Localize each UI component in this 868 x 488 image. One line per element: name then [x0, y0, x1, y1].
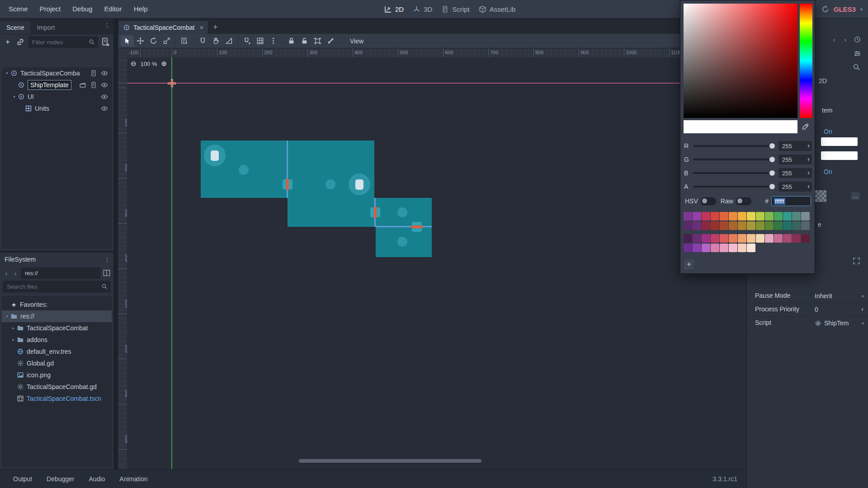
- palette-swatch[interactable]: [756, 212, 764, 221]
- zoom-in-button[interactable]: ⊕: [161, 60, 167, 68]
- spin-down-icon[interactable]: ▼: [807, 146, 810, 148]
- hue-slider[interactable]: [800, 4, 812, 118]
- palette-swatch[interactable]: [693, 221, 701, 230]
- slider-track[interactable]: [693, 145, 774, 147]
- palette-swatch[interactable]: [774, 234, 783, 243]
- spin-down-icon[interactable]: ▼: [807, 173, 810, 175]
- crew-unit[interactable]: [349, 174, 370, 195]
- crew-unit[interactable]: [204, 145, 226, 166]
- hex-input[interactable]: ffffff: [771, 196, 811, 206]
- ruler-mode[interactable]: [222, 36, 236, 47]
- fs-item-tacticalspacecombat-tscn[interactable]: TacticalSpaceCombat.tscn: [2, 393, 112, 404]
- slider-spinbox[interactable]: 255▲▼: [778, 182, 812, 192]
- dock-menu-icon[interactable]: ⋮: [104, 22, 111, 29]
- palette-swatch[interactable]: [702, 221, 710, 230]
- palette-swatch[interactable]: [711, 244, 719, 252]
- scene-node-units[interactable]: Units: [2, 103, 112, 114]
- spin-arrows[interactable]: ▲▼: [807, 171, 810, 175]
- palette-swatch[interactable]: [792, 221, 801, 230]
- palette-swatch[interactable]: [720, 244, 728, 252]
- checkbox-on-label[interactable]: On: [824, 128, 832, 135]
- crew-unit[interactable]: [239, 165, 249, 175]
- palette-swatch[interactable]: [684, 244, 692, 252]
- menu-editor[interactable]: Editor: [98, 0, 127, 18]
- palette-swatch[interactable]: [783, 221, 792, 230]
- palette-swatch[interactable]: [693, 234, 701, 243]
- scene-node-tacticalspacecomba[interactable]: ▾TacticalSpaceComba: [2, 67, 112, 79]
- tree-arrow[interactable]: ▾: [11, 94, 18, 99]
- hsv-toggle[interactable]: [701, 197, 716, 205]
- spin-down-icon[interactable]: ▼: [807, 160, 810, 161]
- slider-spinbox[interactable]: 255▲▼: [778, 155, 812, 164]
- scene-node-ui[interactable]: ▾UI: [2, 91, 112, 103]
- new-scene-tab-button[interactable]: +: [213, 23, 218, 32]
- palette-swatch[interactable]: [801, 221, 810, 230]
- fs-item-icon-png[interactable]: icon.png: [2, 369, 112, 381]
- raw-toggle[interactable]: [736, 197, 751, 205]
- fs-item-tacticalspacecombat[interactable]: ▸TacticalSpaceCombat: [2, 322, 112, 334]
- menu-project[interactable]: Project: [34, 0, 67, 18]
- workspace-2d[interactable]: 2D: [384, 5, 404, 13]
- palette-swatch[interactable]: [720, 212, 728, 221]
- unlock-object[interactable]: [298, 36, 311, 47]
- dock-tab-import[interactable]: Import: [31, 21, 61, 34]
- palette-swatch[interactable]: [720, 234, 728, 243]
- workspace-assetlib[interactable]: AssetLib: [479, 5, 516, 13]
- panel-audio[interactable]: Audio: [83, 474, 111, 484]
- palette-swatch[interactable]: [801, 212, 810, 221]
- palette-swatch[interactable]: [684, 212, 692, 221]
- inspector-forward-button[interactable]: ›: [842, 36, 849, 43]
- palette-swatch[interactable]: [711, 221, 719, 230]
- list-select-tool[interactable]: [178, 36, 191, 47]
- palette-swatch[interactable]: [729, 221, 737, 230]
- panel-debugger[interactable]: Debugger: [41, 474, 80, 484]
- palette-swatch[interactable]: [693, 244, 701, 252]
- slider-spinbox[interactable]: 255▲▼: [778, 141, 812, 151]
- screen-pick-icon[interactable]: [801, 122, 810, 131]
- spin-arrows[interactable]: ▲▼: [807, 158, 810, 161]
- palette-swatch[interactable]: [738, 234, 746, 243]
- palette-swatch[interactable]: [729, 234, 737, 243]
- add-node-button[interactable]: +: [3, 37, 13, 47]
- palette-swatch[interactable]: [774, 212, 783, 221]
- spin-arrows[interactable]: ▲▼: [807, 144, 810, 148]
- palette-swatch[interactable]: [747, 244, 755, 252]
- view-menu-button[interactable]: View: [345, 36, 368, 46]
- palette-swatch[interactable]: [738, 244, 746, 252]
- property-value[interactable]: 0▲▼: [815, 305, 864, 314]
- palette-swatch[interactable]: [765, 212, 774, 221]
- inspector-back-button[interactable]: ‹: [830, 36, 838, 43]
- history-icon[interactable]: [854, 36, 861, 43]
- tree-arrow[interactable]: ▸: [10, 326, 17, 330]
- scale-tool[interactable]: [160, 36, 173, 47]
- slider-track[interactable]: [693, 186, 774, 188]
- palette-swatch[interactable]: [711, 212, 719, 221]
- slider-handle[interactable]: [769, 143, 775, 149]
- grid-snap[interactable]: [254, 36, 267, 47]
- palette-swatch[interactable]: [738, 221, 746, 230]
- video-driver-button[interactable]: GLES3: [834, 5, 856, 13]
- expand-icon[interactable]: [853, 257, 860, 265]
- spin-down-icon[interactable]: ▼: [861, 310, 864, 311]
- split-view-icon[interactable]: [103, 269, 111, 277]
- eye-button[interactable]: [101, 105, 108, 112]
- script-button[interactable]: [90, 81, 97, 89]
- menu-help[interactable]: Help: [128, 0, 154, 18]
- menu-scene[interactable]: Scene: [3, 0, 34, 18]
- palette-swatch[interactable]: [711, 234, 719, 243]
- tree-arrow[interactable]: ▾: [4, 314, 10, 319]
- add-swatch-button[interactable]: +: [684, 259, 694, 269]
- spin-arrows[interactable]: ▲▼: [807, 185, 810, 188]
- close-tab-button[interactable]: ×: [199, 23, 203, 31]
- color-value-field[interactable]: [821, 151, 858, 160]
- palette-swatch[interactable]: [783, 234, 792, 243]
- move-tool[interactable]: [134, 36, 147, 47]
- pan-tool[interactable]: [209, 36, 222, 47]
- palette-swatch[interactable]: [738, 212, 746, 221]
- menu-debug[interactable]: Debug: [66, 0, 98, 18]
- palette-swatch[interactable]: [702, 244, 710, 252]
- palette-swatch[interactable]: [684, 221, 692, 230]
- group-object[interactable]: [311, 36, 324, 47]
- crew-unit[interactable]: [326, 179, 335, 189]
- fs-item-res[interactable]: ▾res://: [2, 310, 112, 322]
